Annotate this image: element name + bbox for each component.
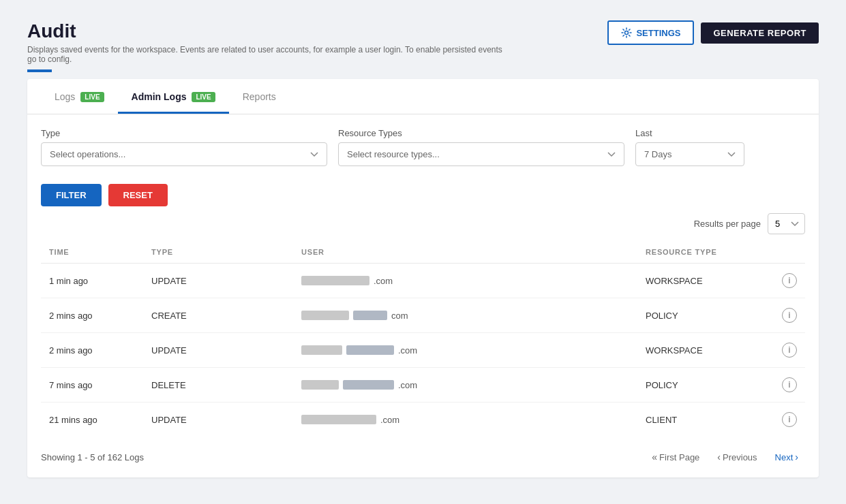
info-icon[interactable]: i bbox=[782, 377, 797, 392]
cell-info[interactable]: i bbox=[774, 333, 805, 368]
user-cell: .com bbox=[301, 276, 629, 286]
user-cell: .com bbox=[301, 345, 629, 356]
page-subtitle: Displays saved events for the workspace.… bbox=[27, 45, 504, 64]
settings-label: SETTINGS bbox=[636, 28, 680, 38]
user-domain: .com bbox=[398, 380, 417, 390]
page-title: Audit bbox=[27, 20, 504, 42]
tab-bar: Logs LIVE Admin Logs LIVE Reports bbox=[27, 79, 819, 114]
reset-button[interactable]: RESET bbox=[108, 184, 168, 206]
next-label: Next bbox=[775, 452, 794, 462]
user-blur-part2 bbox=[353, 311, 387, 320]
cell-time: 21 mins ago bbox=[41, 403, 143, 437]
main-card: Logs LIVE Admin Logs LIVE Reports Type S… bbox=[27, 79, 819, 477]
first-page-chevron: « bbox=[652, 452, 657, 462]
results-per-page-label: Results per page bbox=[694, 219, 761, 229]
gear-icon bbox=[621, 27, 632, 38]
cell-resource: POLICY bbox=[637, 368, 774, 403]
cell-resource: WORKSPACE bbox=[637, 264, 774, 298]
col-header-user: USER bbox=[293, 241, 637, 264]
user-blur-part1 bbox=[301, 311, 349, 320]
cell-time: 2 mins ago bbox=[41, 298, 143, 333]
user-cell: com bbox=[301, 311, 629, 321]
info-icon[interactable]: i bbox=[782, 412, 797, 427]
user-domain: com bbox=[391, 311, 408, 321]
next-chevron: › bbox=[795, 452, 798, 462]
svg-point-0 bbox=[625, 31, 629, 35]
previous-label: Previous bbox=[723, 452, 757, 462]
cell-user: .com bbox=[293, 403, 637, 437]
cell-type: UPDATE bbox=[143, 264, 293, 298]
cell-info[interactable]: i bbox=[774, 368, 805, 403]
last-filter-group: Last 7 Days 1 Day 3 Days 30 Days 90 Days bbox=[635, 128, 744, 166]
cell-type: UPDATE bbox=[143, 333, 293, 368]
cell-info[interactable]: i bbox=[774, 264, 805, 298]
cell-user: com bbox=[293, 298, 637, 333]
user-domain: .com bbox=[398, 345, 417, 356]
cell-type: DELETE bbox=[143, 368, 293, 403]
col-header-time: TIME bbox=[41, 241, 143, 264]
table-container: TIME TYPE USER RESOURCE TYPE 1 min ago U… bbox=[27, 241, 819, 437]
user-cell: .com bbox=[301, 380, 629, 390]
user-blur-part1 bbox=[301, 415, 376, 424]
last-filter-label: Last bbox=[635, 128, 744, 138]
info-icon[interactable]: i bbox=[782, 308, 797, 323]
logs-live-badge: LIVE bbox=[80, 92, 104, 102]
cell-resource: CLIENT bbox=[637, 403, 774, 437]
cell-type: UPDATE bbox=[143, 403, 293, 437]
resource-select[interactable]: Select resource types... bbox=[338, 142, 624, 166]
cell-resource: WORKSPACE bbox=[637, 333, 774, 368]
previous-chevron: ‹ bbox=[717, 452, 721, 462]
table-row: 1 min ago UPDATE .com WORKSPACE i bbox=[41, 264, 805, 298]
first-page-label: First Page bbox=[659, 452, 699, 462]
resource-filter-group: Resource Types Select resource types... bbox=[338, 128, 624, 166]
table-row: 21 mins ago UPDATE .com CLIENT i bbox=[41, 403, 805, 437]
col-header-type: TYPE bbox=[143, 241, 293, 264]
type-select[interactable]: Select operations... bbox=[41, 142, 327, 166]
col-header-resource: RESOURCE TYPE bbox=[637, 241, 774, 264]
accent-bar bbox=[27, 69, 52, 72]
user-domain: .com bbox=[380, 415, 399, 425]
showing-text: Showing 1 - 5 of 162 Logs bbox=[41, 452, 144, 462]
next-button[interactable]: Next › bbox=[768, 447, 805, 467]
cell-time: 2 mins ago bbox=[41, 333, 143, 368]
table-row: 2 mins ago CREATE com POLICY i bbox=[41, 298, 805, 333]
last-select[interactable]: 7 Days 1 Day 3 Days 30 Days 90 Days bbox=[635, 142, 744, 166]
cell-time: 1 min ago bbox=[41, 264, 143, 298]
tab-reports[interactable]: Reports bbox=[229, 79, 290, 114]
table-row: 7 mins ago DELETE .com POLICY i bbox=[41, 368, 805, 403]
results-per-page-select[interactable]: 5 10 25 50 bbox=[768, 213, 805, 234]
user-blur-part1 bbox=[301, 380, 339, 390]
pagination-controls: « First Page ‹ Previous Next › bbox=[645, 447, 805, 467]
info-icon[interactable]: i bbox=[782, 343, 797, 358]
user-domain: .com bbox=[374, 276, 393, 286]
cell-user: .com bbox=[293, 333, 637, 368]
audit-table: TIME TYPE USER RESOURCE TYPE 1 min ago U… bbox=[41, 241, 805, 437]
user-blur-part2 bbox=[343, 380, 394, 390]
user-blur-part2 bbox=[346, 345, 394, 355]
admin-logs-live-badge: LIVE bbox=[192, 92, 215, 102]
resource-filter-label: Resource Types bbox=[338, 128, 624, 138]
pagination-row: Showing 1 - 5 of 162 Logs « First Page ‹… bbox=[27, 437, 819, 477]
cell-info[interactable]: i bbox=[774, 403, 805, 437]
type-filter-group: Type Select operations... bbox=[41, 128, 327, 166]
first-page-button[interactable]: « First Page bbox=[645, 447, 706, 467]
table-row: 2 mins ago UPDATE .com WORKSPACE i bbox=[41, 333, 805, 368]
user-blur-part1 bbox=[301, 345, 342, 355]
col-header-info bbox=[774, 241, 805, 264]
cell-resource: POLICY bbox=[637, 298, 774, 333]
info-icon[interactable]: i bbox=[782, 273, 797, 288]
tab-logs[interactable]: Logs LIVE bbox=[41, 79, 118, 114]
filters-section: Type Select operations... Resource Types… bbox=[27, 114, 819, 173]
user-blur-part1 bbox=[301, 276, 369, 285]
settings-button[interactable]: SETTINGS bbox=[607, 20, 694, 45]
filter-button[interactable]: FILTER bbox=[41, 184, 102, 206]
generate-report-button[interactable]: GENERATE REPORT bbox=[701, 22, 819, 44]
previous-button[interactable]: ‹ Previous bbox=[710, 447, 764, 467]
tab-admin-logs-label: Admin Logs bbox=[132, 91, 187, 102]
cell-info[interactable]: i bbox=[774, 298, 805, 333]
cell-time: 7 mins ago bbox=[41, 368, 143, 403]
tab-reports-label: Reports bbox=[243, 91, 276, 102]
tab-admin-logs[interactable]: Admin Logs LIVE bbox=[118, 79, 229, 114]
type-filter-label: Type bbox=[41, 128, 327, 138]
tab-logs-label: Logs bbox=[55, 91, 75, 102]
